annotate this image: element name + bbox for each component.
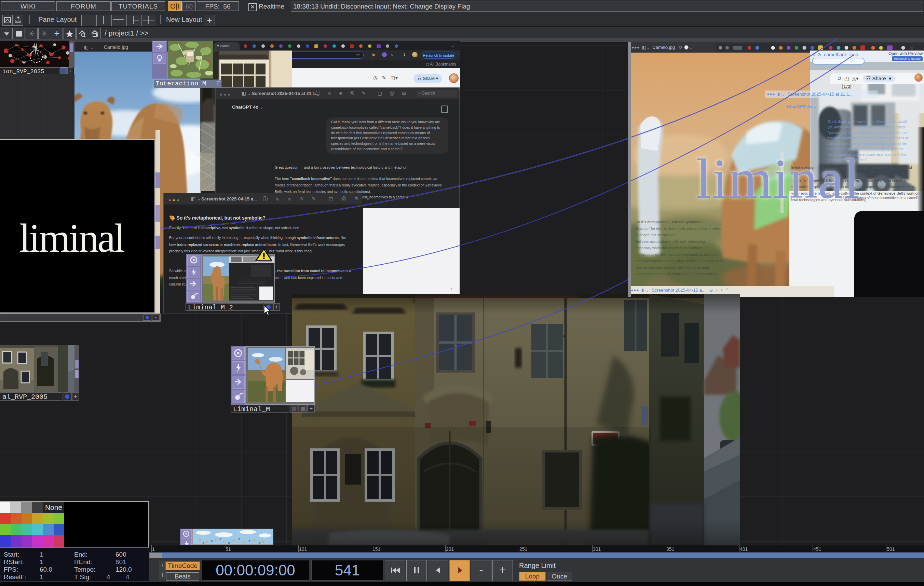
svg-text:173: 173 (844, 84, 850, 89)
